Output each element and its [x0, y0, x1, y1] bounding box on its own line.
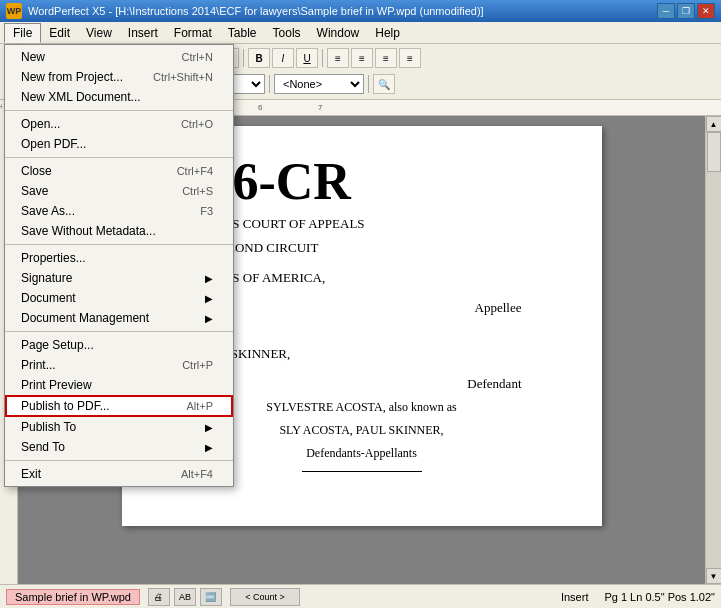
- menu-new-from-project[interactable]: New from Project... Ctrl+Shift+N: [5, 67, 233, 87]
- menu-exit-label: Exit: [21, 467, 41, 481]
- vertical-scrollbar[interactable]: ▲ ▼: [705, 116, 721, 584]
- menu-close-label: Close: [21, 164, 52, 178]
- menu-open-pdf[interactable]: Open PDF...: [5, 134, 233, 154]
- restore-button[interactable]: ❐: [677, 3, 695, 19]
- zoom-btn[interactable]: 🔍: [373, 74, 395, 94]
- menu-bar: File Edit View Insert Format Table Tools…: [0, 22, 721, 44]
- menu-insert[interactable]: Insert: [120, 24, 166, 42]
- menu-close[interactable]: Close Ctrl+F4: [5, 161, 233, 181]
- menu-document-arrow: ▶: [205, 293, 213, 304]
- menu-new-project-shortcut: Ctrl+Shift+N: [153, 71, 213, 83]
- menu-table[interactable]: Table: [220, 24, 265, 42]
- menu-page-setup-label: Page Setup...: [21, 338, 94, 352]
- app-icon: WP: [6, 3, 22, 19]
- menu-save-no-meta[interactable]: Save Without Metadata...: [5, 221, 233, 241]
- menu-publish-pdf[interactable]: Publish to PDF... Alt+P: [5, 395, 233, 417]
- menu-exit-shortcut: Alt+F4: [181, 468, 213, 480]
- status-icon-3[interactable]: 🔤: [200, 588, 222, 606]
- position-status: Pg 1 Ln 0.5" Pos 1.02": [604, 591, 715, 603]
- menu-save[interactable]: Save Ctrl+S: [5, 181, 233, 201]
- menu-page-setup[interactable]: Page Setup...: [5, 335, 233, 355]
- menu-print[interactable]: Print... Ctrl+P: [5, 355, 233, 375]
- menu-open-pdf-label: Open PDF...: [21, 137, 86, 151]
- menu-tools[interactable]: Tools: [265, 24, 309, 42]
- align-left-btn[interactable]: ≡: [327, 48, 349, 68]
- bold-btn[interactable]: B: [248, 48, 270, 68]
- menu-publish-pdf-label: Publish to PDF...: [21, 399, 110, 413]
- menu-new-shortcut: Ctrl+N: [182, 51, 213, 63]
- menu-save-label: Save: [21, 184, 48, 198]
- menu-save-as-shortcut: F3: [200, 205, 213, 217]
- menu-save-as-label: Save As...: [21, 204, 75, 218]
- menu-view[interactable]: View: [78, 24, 120, 42]
- menu-document-label: Document: [21, 291, 76, 305]
- status-icon-1[interactable]: 🖨: [148, 588, 170, 606]
- menu-document[interactable]: Document ▶: [5, 288, 233, 308]
- menu-new-label: New: [21, 50, 45, 64]
- window-controls: ─ ❐ ✕: [657, 3, 715, 19]
- status-icon-2[interactable]: AB: [174, 588, 196, 606]
- menu-publish-to-arrow: ▶: [205, 422, 213, 433]
- menu-new-xml[interactable]: New XML Document...: [5, 87, 233, 107]
- close-button[interactable]: ✕: [697, 3, 715, 19]
- menu-signature-arrow: ▶: [205, 273, 213, 284]
- menu-publish-to-label: Publish To: [21, 420, 76, 434]
- minimize-button[interactable]: ─: [657, 3, 675, 19]
- menu-send-to[interactable]: Send To ▶: [5, 437, 233, 457]
- sep-a: [5, 110, 233, 111]
- vs-line: v.: [222, 316, 562, 332]
- menu-send-to-arrow: ▶: [205, 442, 213, 453]
- align-right-btn[interactable]: ≡: [375, 48, 397, 68]
- file-dropdown-menu: New Ctrl+N New from Project... Ctrl+Shif…: [4, 44, 234, 487]
- sep8: [368, 75, 369, 93]
- menu-edit[interactable]: Edit: [41, 24, 78, 42]
- menu-window[interactable]: Window: [309, 24, 368, 42]
- menu-print-preview[interactable]: Print Preview: [5, 375, 233, 395]
- document-name-status: Sample brief in WP.wpd: [6, 589, 140, 605]
- scroll-thumb[interactable]: [707, 132, 721, 172]
- menu-close-shortcut: Ctrl+F4: [177, 165, 213, 177]
- menu-doc-mgmt[interactable]: Document Management ▶: [5, 308, 233, 328]
- scroll-track[interactable]: [706, 132, 721, 568]
- sep-d: [5, 331, 233, 332]
- justify-btn[interactable]: ≡: [399, 48, 421, 68]
- scroll-up-button[interactable]: ▲: [706, 116, 722, 132]
- style-selector[interactable]: <None>: [274, 74, 364, 94]
- menu-publish-to[interactable]: Publish To ▶: [5, 417, 233, 437]
- menu-save-no-meta-label: Save Without Metadata...: [21, 224, 156, 238]
- sep5: [322, 49, 323, 67]
- underline-divider: [302, 471, 422, 472]
- menu-open[interactable]: Open... Ctrl+O: [5, 114, 233, 134]
- sep4: [243, 49, 244, 67]
- menu-new[interactable]: New Ctrl+N: [5, 47, 233, 67]
- window-title: WordPerfect X5 - [H:\Instructions 2014\E…: [28, 5, 657, 17]
- sep-e: [5, 460, 233, 461]
- status-icons-group: 🖨 AB 🔤: [148, 588, 222, 606]
- menu-send-to-label: Send To: [21, 440, 65, 454]
- menu-print-preview-label: Print Preview: [21, 378, 92, 392]
- menu-print-label: Print...: [21, 358, 56, 372]
- menu-open-label: Open...: [21, 117, 60, 131]
- align-center-btn[interactable]: ≡: [351, 48, 373, 68]
- menu-properties[interactable]: Properties...: [5, 248, 233, 268]
- menu-new-xml-label: New XML Document...: [21, 90, 141, 104]
- menu-file[interactable]: File: [4, 23, 41, 43]
- italic-btn[interactable]: I: [272, 48, 294, 68]
- menu-properties-label: Properties...: [21, 251, 86, 265]
- menu-doc-mgmt-label: Document Management: [21, 311, 149, 325]
- menu-format[interactable]: Format: [166, 24, 220, 42]
- menu-exit[interactable]: Exit Alt+F4: [5, 464, 233, 484]
- menu-print-shortcut: Ctrl+P: [182, 359, 213, 371]
- menu-signature[interactable]: Signature ▶: [5, 268, 233, 288]
- insert-mode-status: Insert: [561, 591, 589, 603]
- status-bar: Sample brief in WP.wpd 🖨 AB 🔤 < Count > …: [0, 584, 721, 608]
- menu-save-as[interactable]: Save As... F3: [5, 201, 233, 221]
- menu-publish-pdf-shortcut: Alt+P: [186, 400, 213, 412]
- menu-help[interactable]: Help: [367, 24, 408, 42]
- title-bar: WP WordPerfect X5 - [H:\Instructions 201…: [0, 0, 721, 22]
- sep-b: [5, 157, 233, 158]
- menu-new-project-label: New from Project...: [21, 70, 123, 84]
- count-status: < Count >: [230, 588, 300, 606]
- scroll-down-button[interactable]: ▼: [706, 568, 722, 584]
- underline-btn[interactable]: U: [296, 48, 318, 68]
